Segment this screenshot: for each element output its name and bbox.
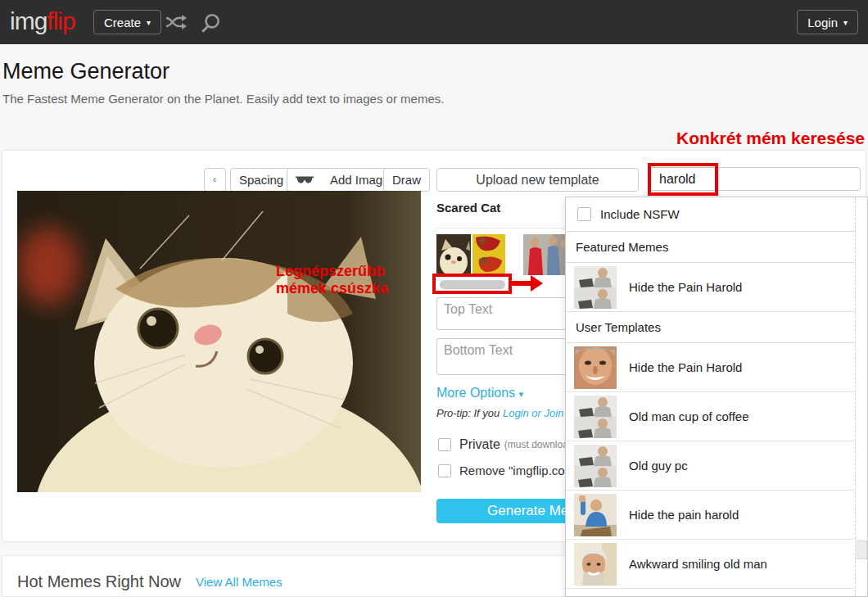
remove-watermark-label: Remove "imgflip.con: [459, 464, 572, 477]
page-title: Meme Generator: [2, 59, 170, 84]
search-result-item[interactable]: Old man cup of coffee: [566, 392, 855, 441]
chevron-down-icon: ▾: [147, 18, 151, 27]
remove-watermark-row: Remove "imgflip.con: [438, 464, 572, 477]
upload-template-label: Upload new template: [476, 173, 599, 188]
sunglasses-button[interactable]: [287, 168, 323, 192]
annotation-search-note: Konkrét mém keresése: [676, 129, 865, 148]
nsfw-checkbox[interactable]: [577, 207, 591, 221]
rotate-button[interactable]: [204, 168, 226, 192]
meme-preview-image[interactable]: [17, 191, 421, 492]
meme-title: Old guy pc: [629, 459, 688, 473]
draw-label: Draw: [392, 173, 421, 187]
meme-title: Old man cup of coffee: [629, 409, 748, 423]
navbar: imgflip Create ▾ Login ▾: [0, 0, 868, 44]
annotation-arrow: [512, 281, 531, 286]
upload-template-button[interactable]: Upload new template: [436, 168, 639, 192]
page-subtitle: The Fastest Meme Generator on the Planet…: [2, 92, 444, 106]
search-result-item[interactable]: Awkward smiling old man: [566, 540, 855, 589]
template-slider[interactable]: [440, 280, 505, 289]
draw-button[interactable]: Draw: [383, 168, 430, 192]
search-result-item[interactable]: Hide the pain harold: [566, 491, 855, 540]
meme-title: Hide the Pain Harold: [629, 360, 742, 374]
user-templates-list: Hide the Pain Harold Old man cup of coff…: [566, 343, 855, 589]
meme-title: Hide the pain harold: [629, 508, 739, 522]
hot-memes-title: Hot Memes Right Now: [17, 572, 181, 591]
protip-text: Pro-tip: If you Login or Join Im: [436, 407, 578, 419]
meme-thumbnail-harold-laptop: [574, 445, 617, 487]
more-options-link[interactable]: More Options ▾: [436, 386, 523, 400]
logo-text-img: img: [10, 7, 47, 34]
featured-memes-header: Featured Memes: [566, 232, 855, 263]
logo-text-flip: flip: [47, 7, 75, 34]
meme-thumbnail-old-man-desk: [574, 494, 617, 536]
featured-memes-list: Hide the Pain Harold: [566, 263, 855, 312]
template-search-input[interactable]: [648, 167, 861, 191]
annotation-slider-note: Legnépszerűbb mémek csúszka: [276, 263, 388, 297]
view-all-memes-link[interactable]: View All Memes: [196, 575, 283, 589]
create-menu-label: Create: [104, 16, 141, 29]
dropdown-scrollbar-thumb[interactable]: [857, 540, 867, 559]
annotation-arrow-head: [531, 275, 543, 292]
search-icon[interactable]: [201, 12, 222, 32]
meme-thumbnail-harold-face: [574, 346, 617, 389]
template-thumbnail-comic[interactable]: [472, 234, 505, 275]
search-result-item[interactable]: Old guy pc: [566, 441, 855, 491]
meme-thumbnail-harold-laptop: [574, 266, 617, 309]
chevron-down-icon: ▾: [519, 389, 524, 399]
spacing-label: Spacing: [239, 173, 283, 187]
nsfw-option-row: Include NSFW: [566, 197, 855, 232]
login-label: Login: [807, 16, 838, 29]
create-menu-button[interactable]: Create ▾: [93, 10, 161, 34]
template-thumbnail-scared-cat[interactable]: [436, 234, 471, 275]
meme-title: Hide the Pain Harold: [629, 280, 742, 294]
template-thumbnail-distracted-boyfriend[interactable]: [523, 234, 567, 275]
shuffle-icon[interactable]: [165, 12, 187, 32]
meme-title: Awkward smiling old man: [629, 557, 767, 571]
search-result-item[interactable]: Hide the Pain Harold: [566, 263, 855, 312]
meme-thumbnail-harold-laptop: [574, 396, 617, 438]
meme-thumbnail-old-man-portrait: [574, 543, 617, 586]
dropdown-body: Include NSFW Featured Memes Hide the Pai…: [566, 197, 855, 589]
imgflip-logo[interactable]: imgflip: [10, 7, 75, 35]
chevron-down-icon: ▾: [843, 18, 848, 27]
login-button[interactable]: Login ▾: [797, 10, 858, 34]
private-checkbox[interactable]: [438, 438, 451, 451]
search-results-dropdown: Include NSFW Featured Memes Hide the Pai…: [565, 197, 868, 597]
private-option-row: Private (must download in: [438, 437, 584, 452]
spacing-button[interactable]: Spacing: [230, 168, 292, 192]
nsfw-label: Include NSFW: [600, 207, 680, 221]
add-image-label: Add Image: [330, 173, 390, 187]
user-templates-header: User Templates: [566, 312, 855, 343]
search-result-item[interactable]: Hide the Pain Harold: [566, 343, 855, 392]
dropdown-scrollbar[interactable]: [855, 197, 867, 596]
remove-watermark-checkbox[interactable]: [438, 464, 451, 477]
private-label: Private: [459, 437, 500, 452]
template-title: Scared Cat: [436, 201, 500, 215]
